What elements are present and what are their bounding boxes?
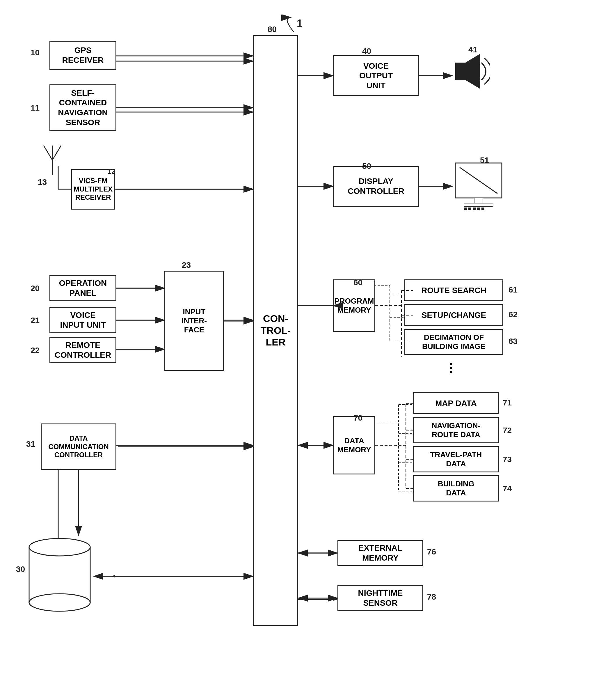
database-ref: 30 [16,565,25,574]
voice-output-ref: 40 [362,47,371,56]
external-memory-ref: 76 [427,547,436,557]
nighttime-sensor-box: NIGHTTIMESENSOR [338,585,423,611]
external-memory-box: EXTERNALMEMORY [338,540,423,566]
nighttime-sensor-label: NIGHTTIMESENSOR [358,588,403,608]
svg-rect-60 [464,203,493,207]
svg-rect-64 [477,207,480,210]
svg-marker-37 [110,575,115,577]
decimation-label: DECIMATION OFBUILDING IMAGE [422,333,486,351]
monitor-icon [452,161,505,214]
svg-line-49 [44,145,52,160]
svg-line-51 [52,145,61,160]
route-search-box: ROUTE SEARCH [404,279,503,301]
program-memory-box: PROGRAMMEMORY [333,279,375,332]
data-memory-box: DATAMEMORY [333,416,375,474]
nighttime-sensor-ref: 78 [427,592,436,602]
setup-change-box: SETUP/CHANGE [404,304,503,326]
diagram: 1 GPSRECEIVER 10 SELF-CONTAINEDNAVIGATIO… [0,0,592,700]
controller-ref: 80 [267,25,277,34]
data-comm-ref: 31 [26,439,35,449]
voice-input-ref: 21 [31,316,40,325]
self-contained-label: SELF-CONTAINEDNAVIGATIONSENSOR [58,88,108,127]
database-svg [26,535,93,614]
svg-marker-44 [333,598,338,601]
speaker-icon [452,52,490,90]
input-interface-label: INPUTINTER-FACE [182,307,207,335]
map-data-ref: 71 [503,398,512,408]
building-data-label: BUILDINGDATA [438,479,475,498]
display-controller-box: DISPLAYCONTROLLER [333,166,419,207]
vics-fm-ref: 12 [108,167,115,176]
operation-panel-box: OPERATIONPANEL [49,275,116,301]
svg-rect-61 [464,207,467,210]
controller-box: CON-TROL-LER [253,35,298,626]
data-memory-label: DATAMEMORY [337,436,371,454]
gps-ref-num: 10 [31,48,40,57]
speaker-ref: 41 [468,45,477,54]
svg-rect-55 [455,62,465,80]
monitor-ref: 51 [480,156,489,165]
travel-path-box: TRAVEL-PATHDATA [413,446,499,472]
decimation-box: DECIMATION OFBUILDING IMAGE [404,329,503,355]
program-memory-ref: 60 [353,278,362,287]
building-data-box: BUILDINGDATA [413,475,499,502]
svg-marker-41 [333,552,338,554]
svg-marker-56 [465,54,480,89]
travel-path-label: TRAVEL-PATHDATA [430,450,482,468]
map-data-label: MAP DATA [435,399,477,408]
remote-controller-box: REMOTECONTROLLER [49,337,116,363]
svg-rect-63 [473,207,476,210]
self-contained-box: SELF-CONTAINEDNAVIGATIONSENSOR [49,84,116,131]
travel-path-ref: 73 [503,455,512,464]
route-search-ref: 61 [508,285,517,294]
data-memory-ref: 70 [353,413,362,423]
antenna-icon [38,143,67,178]
display-controller-ref: 50 [362,161,371,171]
voice-output-label: VOICEOUTPUTUNIT [359,61,393,91]
input-interface-box: INPUTINTER-FACE [164,271,224,371]
remote-controller-label: REMOTECONTROLLER [55,340,111,360]
controller-label: CON-TROL-LER [261,313,291,348]
external-memory-label: EXTERNALMEMORY [358,543,402,563]
setup-change-ref: 62 [508,310,517,319]
nav-route-ref: 72 [503,426,512,435]
setup-change-label: SETUP/CHANGE [422,310,486,320]
svg-rect-62 [468,207,471,210]
vics-fm-label: VICS-FMMULTIPLEXRECEIVER [73,177,112,202]
decimation-ref: 63 [508,337,517,346]
gps-receiver-box: GPSRECEIVER [49,41,116,70]
route-search-label: ROUTE SEARCH [421,285,486,295]
input-interface-ref: 23 [182,261,191,270]
database-cylinder [26,535,93,614]
voice-output-box: VOICEOUTPUTUNIT [333,55,419,96]
op-panel-ref: 20 [31,284,40,293]
voice-input-box: VOICEINPUT UNIT [49,307,116,333]
self-contained-ref: 11 [31,103,40,113]
map-data-box: MAP DATA [413,392,499,414]
data-comm-box: DATACOMMUNICATIONCONTROLLER [41,423,116,470]
svg-point-54 [29,594,90,611]
remote-controller-ref: 22 [31,346,40,355]
operation-panel-label: OPERATIONPANEL [59,278,107,298]
nav-route-label: NAVIGATION-ROUTE DATA [432,421,480,439]
data-comm-label: DATACOMMUNICATIONCONTROLLER [48,434,109,459]
display-controller-label: DISPLAYCONTROLLER [348,176,404,196]
program-memory-ellipsis: ⋮ [445,361,457,374]
svg-point-53 [29,539,90,556]
gps-receiver-label: GPSRECEIVER [62,45,104,65]
program-memory-label: PROGRAMMEMORY [335,296,374,315]
antenna-ref: 13 [38,178,47,187]
svg-rect-65 [482,207,484,210]
building-data-ref: 74 [503,484,512,493]
voice-input-label: VOICEINPUT UNIT [60,310,106,330]
nav-route-box: NAVIGATION-ROUTE DATA [413,417,499,443]
